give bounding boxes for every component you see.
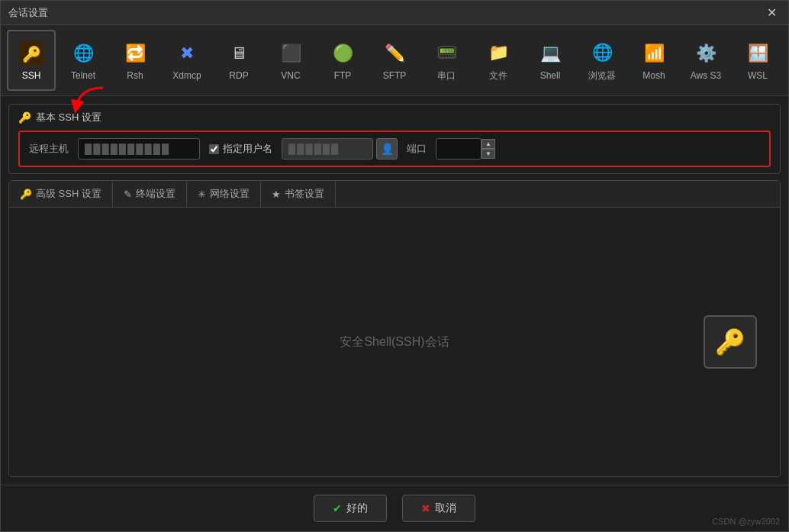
- bookmark-icon: ★: [272, 189, 281, 200]
- cancel-button[interactable]: ✖ 取消: [402, 495, 475, 522]
- watermark: CSDN @zyw2002: [712, 517, 780, 526]
- port-down-button[interactable]: ▼: [481, 149, 495, 159]
- port-spinner: ▲ ▼: [481, 139, 495, 159]
- telnet-label: Telnet: [71, 70, 95, 81]
- toolbar-item-rsh[interactable]: 🔁 Rsh: [111, 30, 159, 91]
- rdp-label: RDP: [229, 70, 248, 81]
- ok-button[interactable]: ✔ 好的: [314, 495, 387, 522]
- specify-username-checkbox[interactable]: [209, 144, 219, 154]
- mosh-icon: 📶: [640, 40, 668, 67]
- ok-icon: ✔: [333, 502, 342, 514]
- basic-ssh-section: 🔑 基本 SSH 设置 远程主机 指定用户名 👤 端口 22: [8, 104, 781, 174]
- shell-icon: 💻: [536, 40, 564, 67]
- rdp-icon: 🖥: [225, 40, 253, 67]
- awss3-label: Aws S3: [691, 70, 721, 81]
- svg-text:🔑: 🔑: [22, 45, 41, 63]
- username-field: 👤: [282, 138, 398, 160]
- sftp-label: SFTP: [383, 70, 407, 81]
- toolbar-item-awss3[interactable]: ⚙️ Aws S3: [681, 30, 730, 91]
- key-icon-box: 🔑: [704, 315, 757, 369]
- tabs-section: 🔑高级 SSH 设置✎终端设置✳网络设置★书签设置 安全Shell(SSH)会话…: [8, 180, 781, 477]
- browser-icon: 🌐: [588, 39, 616, 66]
- ok-label: 好的: [346, 501, 368, 515]
- remote-host-input[interactable]: [78, 138, 200, 160]
- specify-username-label[interactable]: 指定用户名: [209, 142, 272, 156]
- toolbar-item-serial[interactable]: 📟 串口: [422, 30, 471, 91]
- wsl-icon: 🪟: [744, 40, 771, 67]
- toolbar-item-ftp[interactable]: 🟢 FTP: [318, 30, 367, 91]
- tab-terminal[interactable]: ✎终端设置: [113, 181, 187, 207]
- wsl-label: WSL: [748, 70, 768, 81]
- user-picker-button[interactable]: 👤: [376, 138, 398, 160]
- toolbar-item-wsl[interactable]: 🪟 WSL: [733, 30, 782, 91]
- tab-bookmark[interactable]: ★书签设置: [261, 181, 336, 207]
- xdmcp-label: Xdmcp: [172, 70, 201, 81]
- remote-host-label: 远程主机: [29, 142, 69, 156]
- basic-fields: 远程主机 指定用户名 👤 端口 22 ▲ ▼: [18, 131, 771, 167]
- vnc-label: VNC: [281, 70, 300, 81]
- xdmcp-icon: ✖: [173, 40, 201, 67]
- toolbar-item-rdp[interactable]: 🖥 RDP: [214, 30, 263, 91]
- toolbar: 🔑 SSH 🌐 Telnet 🔁 Rsh ✖ Xdmcp 🖥 RDP ⬛ VNC…: [1, 25, 788, 96]
- toolbar-item-sftp[interactable]: ✏️ SFTP: [370, 30, 419, 91]
- toolbar-item-xdmcp[interactable]: ✖ Xdmcp: [163, 30, 211, 91]
- advanced-ssh-icon: 🔑: [20, 189, 32, 200]
- serial-icon: 📟: [433, 39, 460, 66]
- ssh-label: SSH: [22, 70, 41, 81]
- toolbar-item-browser[interactable]: 🌐 浏览器: [578, 30, 626, 91]
- title-bar: 会话设置 ✕: [1, 1, 788, 25]
- file-label: 文件: [489, 69, 507, 82]
- sftp-icon: ✏️: [381, 40, 408, 67]
- mosh-label: Mosh: [642, 70, 665, 81]
- tab-content: 安全Shell(SSH)会话 🔑: [9, 208, 780, 476]
- port-up-button[interactable]: ▲: [481, 139, 495, 149]
- toolbar-item-vnc[interactable]: ⬛ VNC: [266, 30, 315, 91]
- rsh-label: Rsh: [127, 70, 143, 81]
- cancel-label: 取消: [435, 501, 456, 515]
- shell-label: Shell: [540, 70, 561, 81]
- port-input[interactable]: 22: [436, 138, 481, 160]
- section-title-text: 基本 SSH 设置: [36, 111, 101, 124]
- ssh-description: 安全Shell(SSH)会话: [340, 334, 449, 350]
- tabs-bar: 🔑高级 SSH 设置✎终端设置✳网络设置★书签设置: [9, 181, 780, 208]
- vnc-icon: ⬛: [277, 40, 304, 67]
- dialog-window: 会话设置 ✕ 🔑 SSH 🌐 Telnet 🔁 Rsh ✖ Xdmcp 🖥 RD…: [0, 0, 789, 532]
- awss3-icon: ⚙️: [692, 40, 720, 67]
- ssh-icon: 🔑: [18, 40, 45, 67]
- browser-label: 浏览器: [588, 69, 616, 82]
- toolbar-item-telnet[interactable]: 🌐 Telnet: [59, 30, 108, 91]
- tab-network[interactable]: ✳网络设置: [187, 181, 261, 207]
- content-area: 🔑 基本 SSH 设置 远程主机 指定用户名 👤 端口 22: [1, 96, 788, 485]
- serial-label: 串口: [437, 69, 456, 82]
- toolbar-item-file[interactable]: 📁 文件: [474, 30, 523, 91]
- ftp-label: FTP: [334, 70, 352, 81]
- network-icon: ✳: [198, 189, 206, 200]
- key-icon: 🔑: [715, 327, 746, 356]
- toolbar-item-ssh[interactable]: 🔑 SSH: [7, 30, 56, 91]
- port-label: 端口: [407, 142, 427, 156]
- toolbar-item-mosh[interactable]: 📶 Mosh: [630, 30, 678, 91]
- footer: ✔ 好的 ✖ 取消: [1, 485, 788, 531]
- port-field: 22 ▲ ▼: [436, 138, 495, 160]
- username-input[interactable]: [282, 138, 373, 160]
- ftp-icon: 🟢: [329, 40, 356, 67]
- cancel-icon: ✖: [421, 502, 430, 514]
- window-title: 会话设置: [8, 6, 48, 20]
- close-button[interactable]: ✕: [762, 4, 781, 22]
- section-title: 🔑 基本 SSH 设置: [18, 111, 771, 124]
- rsh-icon: 🔁: [121, 40, 149, 67]
- file-icon: 📁: [485, 39, 512, 66]
- tab-advanced-ssh[interactable]: 🔑高级 SSH 设置: [9, 181, 113, 207]
- terminal-icon: ✎: [124, 189, 132, 200]
- telnet-icon: 🌐: [69, 40, 97, 67]
- toolbar-item-shell[interactable]: 💻 Shell: [526, 30, 575, 91]
